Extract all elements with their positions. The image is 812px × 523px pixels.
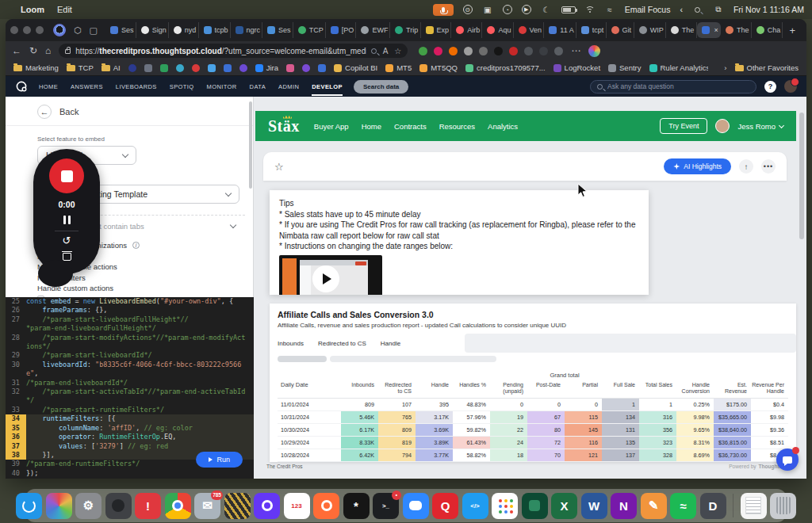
stax-user-menu[interactable]: Jess Romo xyxy=(737,122,783,131)
dock-icon-excel[interactable]: X xyxy=(551,493,577,519)
info-icon[interactable]: i xyxy=(132,242,140,249)
column-header[interactable]: Handles % xyxy=(453,380,490,399)
dock-icon-settings[interactable]: ⚙ xyxy=(75,493,102,519)
address-bar[interactable]: https://thecreditpros.thoughtspot.cloud/… xyxy=(59,44,408,58)
stax-logo[interactable]: Stäx xyxy=(268,117,300,136)
extension-icon[interactable] xyxy=(479,47,488,55)
browser-tab[interactable]: Trip xyxy=(390,22,420,38)
column-header[interactable]: Redirected to CS xyxy=(378,380,416,399)
stax-link-resources[interactable]: Resources xyxy=(439,122,475,131)
code-line[interactable]: *param-end-liveboardFullHeight*/ xyxy=(6,324,254,333)
other-favorites-folder[interactable]: Other Favorites xyxy=(735,63,799,72)
browser-tab[interactable]: tcpb xyxy=(199,22,231,38)
browser-tab[interactable]: EWF xyxy=(356,22,390,38)
battery-icon[interactable] xyxy=(561,6,576,13)
instruction-video-thumbnail[interactable] xyxy=(279,255,382,296)
column-header[interactable]: Daily Date xyxy=(278,380,341,399)
column-header[interactable]: Revenue Per Handle xyxy=(751,380,788,399)
collapse-chevron[interactable]: ‹ xyxy=(680,5,683,14)
mic-recording-icon[interactable] xyxy=(433,4,454,16)
browser-tab[interactable]: Exp xyxy=(421,22,452,38)
dock-icon-terminal[interactable]: >_• xyxy=(373,493,399,519)
dock-icon-onenote[interactable]: N xyxy=(611,493,637,519)
nav-item-admin[interactable]: ADMIN xyxy=(278,78,299,94)
code-line[interactable]: 35 columnName: 'affID', // eg: color xyxy=(6,424,254,433)
bookmark-item[interactable]: Marketing xyxy=(13,63,59,72)
bookmark-item[interactable] xyxy=(128,64,136,72)
table-row[interactable]: 11/01/202480910739548.83%000110.25%$175.… xyxy=(278,399,788,411)
grid-status-icon[interactable]: ▣ xyxy=(482,4,493,15)
bookmark-item[interactable] xyxy=(192,64,200,72)
window-minimize-button[interactable] xyxy=(23,26,31,34)
browser-tab[interactable]: Airb xyxy=(451,22,482,38)
bookmark-item[interactable]: Sentry xyxy=(608,63,641,72)
bookmarks-overflow-chevron[interactable]: › xyxy=(724,63,726,72)
pause-button[interactable] xyxy=(63,216,71,224)
user-avatar[interactable] xyxy=(784,80,797,93)
dock-icon-word[interactable]: W xyxy=(581,493,607,519)
column-header[interactable]: Handle xyxy=(416,380,453,399)
extension-icon[interactable] xyxy=(494,47,503,55)
dock-icon-numbers-app[interactable]: 123 xyxy=(284,493,310,519)
browser-tab[interactable]: Sign xyxy=(136,22,169,38)
bookmark-item[interactable] xyxy=(160,64,168,72)
wifi-icon[interactable] xyxy=(585,6,595,13)
bookmark-item[interactable] xyxy=(224,64,232,72)
bookmark-item[interactable]: MT5QQ xyxy=(419,63,458,72)
column-header[interactable]: Post-Date xyxy=(527,380,565,399)
bookmark-item[interactable]: TCP xyxy=(67,63,94,72)
dock-icon-trash[interactable] xyxy=(770,493,796,519)
bookmark-item[interactable] xyxy=(302,64,310,72)
bookmark-item[interactable]: AI xyxy=(102,63,121,72)
table-tab-handle[interactable]: Handle xyxy=(381,340,400,347)
extension-icon[interactable] xyxy=(509,47,518,55)
option-handle-custom-actions[interactable]: Handle custom actions xyxy=(37,284,253,292)
code-line[interactable]: 37 values: ['3279'] // eg: red xyxy=(6,442,254,451)
bookmark-item[interactable] xyxy=(176,64,184,72)
column-header[interactable]: Est. Revenue xyxy=(714,380,751,399)
code-line[interactable]: 36 operator: RuntimeFilterOp.EQ, xyxy=(6,433,254,441)
back-nav-icon[interactable]: ← xyxy=(12,45,21,56)
preview-scrollbar[interactable] xyxy=(799,113,804,239)
code-line[interactable]: 32 /*param-start-activeTabId*//*param-en… xyxy=(6,387,254,406)
reader-mode-icon[interactable]: A xyxy=(383,47,389,55)
search-data-button[interactable]: Search data xyxy=(354,80,408,94)
dock-icon-loom-app[interactable] xyxy=(254,493,280,519)
extension-icon[interactable] xyxy=(524,47,533,55)
dock-icon-vscode[interactable]: </> xyxy=(462,493,488,519)
stax-link-contracts[interactable]: Contracts xyxy=(394,122,427,131)
browser-tab[interactable]: Ses xyxy=(262,22,293,38)
table-row[interactable]: 10/30/20246.17K8093.69K59.82%22801451313… xyxy=(278,424,788,437)
menubar-clock[interactable]: Fri Nov 1 11:16 AM xyxy=(733,5,804,14)
menu-edit[interactable]: Edit xyxy=(57,5,72,14)
extension-icon[interactable] xyxy=(539,47,548,55)
dock-icon-red-app[interactable]: ! xyxy=(135,493,161,519)
browser-tab[interactable]: The xyxy=(721,22,752,38)
control-center-icon[interactable]: ⧉ xyxy=(713,4,724,15)
dock-icon-google-grid[interactable] xyxy=(492,493,518,519)
code-editor[interactable]: 25const embed = new LiveboardEmbed("#you… xyxy=(6,297,254,479)
table-row[interactable]: 10/31/20245.46K7653.17K57.96%19671151343… xyxy=(278,411,788,424)
extension-icon[interactable] xyxy=(419,47,427,55)
dock-icon-black-flower-app[interactable]: * xyxy=(343,493,370,519)
stax-link-analytics[interactable]: Analytics xyxy=(488,122,518,131)
window-close-button[interactable] xyxy=(10,26,18,34)
extension-icon[interactable] xyxy=(449,47,458,55)
loom-menubar-icon[interactable]: ʘ xyxy=(463,5,473,14)
bookmark-item[interactable]: creditpros1709577... xyxy=(465,63,546,72)
favorite-star-icon[interactable]: ☆ xyxy=(274,161,284,173)
nav-item-develop[interactable]: DEVELOP xyxy=(312,78,343,94)
dock-icon-q-app[interactable]: Q xyxy=(432,493,458,519)
dock-icon-notes[interactable] xyxy=(741,493,767,519)
dock-icon-dark-green-app[interactable] xyxy=(522,493,548,519)
run-button[interactable]: Run xyxy=(196,452,243,468)
stop-recording-button[interactable] xyxy=(49,158,84,193)
panel-scrollbar[interactable] xyxy=(249,101,252,189)
browser-tab[interactable]: WIP xyxy=(634,22,666,38)
timer-status-icon[interactable]: ◔ xyxy=(503,5,512,14)
extensions-cube-icon[interactable]: ⬡ xyxy=(74,25,82,36)
nav-item-answers[interactable]: ANSWERS xyxy=(71,78,103,94)
browser-tab[interactable]: Ses xyxy=(105,22,136,38)
zoom-page-icon[interactable] xyxy=(371,48,377,54)
bookmark-star-icon[interactable]: ☆ xyxy=(394,47,401,55)
